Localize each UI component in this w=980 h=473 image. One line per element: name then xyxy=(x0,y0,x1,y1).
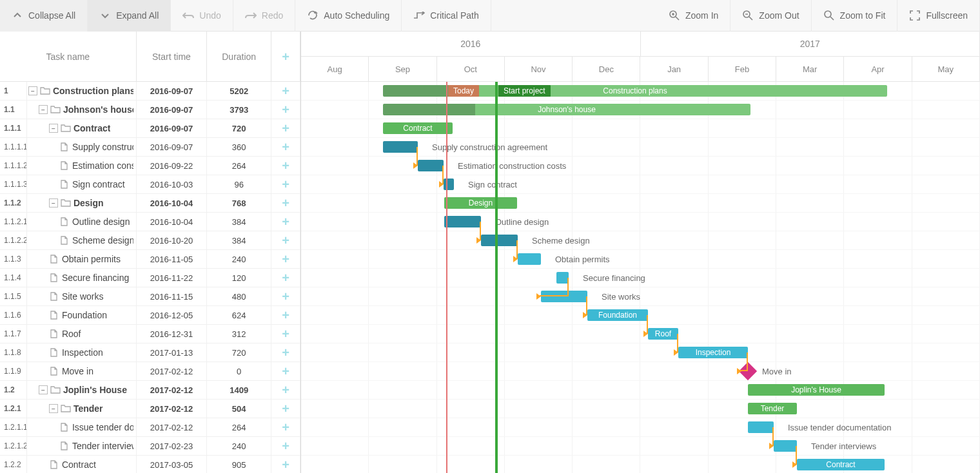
grid-row[interactable]: 1.2.2Contract2017-03-05905+ xyxy=(0,456,300,473)
gantt-row[interactable]: Contract xyxy=(301,119,980,138)
gantt-row[interactable]: Tender interviews xyxy=(301,437,980,456)
grid-row[interactable]: 1.1.8Inspection2017-01-13720+ xyxy=(0,343,300,362)
gantt-row[interactable]: Contract xyxy=(301,456,980,473)
add-cell[interactable]: + xyxy=(271,119,300,137)
task-cell[interactable]: Scheme design xyxy=(27,231,137,249)
task-bar[interactable] xyxy=(418,160,444,171)
task-cell[interactable]: Supply construction agreement xyxy=(27,138,137,156)
gantt-row[interactable]: Design xyxy=(301,194,980,213)
gantt-row[interactable]: Outline design xyxy=(301,213,980,231)
task-cell[interactable]: Obtain permits xyxy=(27,250,137,268)
task-bar[interactable]: Roof xyxy=(648,328,678,340)
task-cell[interactable]: Secure financing xyxy=(27,269,137,287)
task-bar[interactable]: Foundation xyxy=(587,309,648,321)
add-cell[interactable]: + xyxy=(271,213,300,231)
task-cell[interactable]: Issue tender documentation xyxy=(27,418,137,436)
task-bar[interactable] xyxy=(774,440,797,452)
task-cell[interactable]: Outline design xyxy=(27,213,137,231)
gantt-row[interactable]: Joplin's House xyxy=(301,381,980,400)
expand-all-button[interactable]: Expand All xyxy=(88,0,171,32)
add-cell[interactable]: + xyxy=(271,381,300,399)
add-cell[interactable]: + xyxy=(271,325,300,343)
auto-scheduling-button[interactable]: Auto Scheduling xyxy=(295,0,402,32)
collapse-toggle[interactable]: − xyxy=(49,124,58,133)
grid-body[interactable]: 1−Construction plans2016-09-075202+1.1−J… xyxy=(0,82,300,473)
zoom-out-button[interactable]: Zoom Out xyxy=(730,0,811,32)
add-cell[interactable]: + xyxy=(271,456,300,473)
add-cell[interactable]: + xyxy=(271,250,300,268)
gantt-row[interactable]: Move in xyxy=(301,362,980,381)
gantt-row[interactable]: Tender xyxy=(301,400,980,418)
add-cell[interactable]: + xyxy=(271,306,300,324)
gantt-row[interactable]: Inspection xyxy=(301,343,980,362)
gantt-row[interactable]: Foundation xyxy=(301,306,980,325)
task-bar[interactable] xyxy=(748,421,774,433)
add-cell[interactable]: + xyxy=(271,101,300,119)
gantt-row[interactable]: Sign contract xyxy=(301,175,980,194)
col-header-start[interactable]: Start time xyxy=(137,32,208,82)
gantt-row[interactable]: Estimation construction costs xyxy=(301,157,980,175)
grid-row[interactable]: 1.1.2.2Scheme design2016-10-20384+ xyxy=(0,231,300,250)
grid-row[interactable]: 1.1.7Roof2016-12-31312+ xyxy=(0,325,300,343)
add-cell[interactable]: + xyxy=(271,138,300,156)
gantt-row[interactable]: Scheme design xyxy=(301,231,980,250)
task-bar[interactable] xyxy=(444,216,481,227)
grid-row[interactable]: 1.1.9Move in2017-02-120+ xyxy=(0,362,300,381)
grid-row[interactable]: 1.1.1.2Estimation construction costs2016… xyxy=(0,157,300,175)
collapse-toggle[interactable]: − xyxy=(49,404,58,413)
grid-row[interactable]: 1.2.1−Tender2017-02-12504+ xyxy=(0,400,300,418)
undo-button[interactable]: Undo xyxy=(171,0,233,32)
add-cell[interactable]: + xyxy=(271,287,300,305)
add-cell[interactable]: + xyxy=(271,269,300,287)
task-cell[interactable]: −Contract xyxy=(27,119,137,137)
gantt-row[interactable]: Site works xyxy=(301,287,980,306)
grid-row[interactable]: 1.1−Johnson's house2016-09-073793+ xyxy=(0,101,300,119)
task-bar[interactable] xyxy=(541,291,587,302)
gantt-body[interactable]: Construction plansTodayStart projectJohn… xyxy=(301,82,980,473)
grid-row[interactable]: 1.1.1.1Supply construction agreement2016… xyxy=(0,138,300,157)
task-cell[interactable]: Sign contract xyxy=(27,175,137,193)
task-bar[interactable]: Design xyxy=(444,197,517,209)
grid-row[interactable]: 1.1.2−Design2016-10-04768+ xyxy=(0,194,300,213)
collapse-toggle[interactable]: − xyxy=(39,385,48,394)
col-header-task[interactable]: Task name xyxy=(0,32,137,82)
task-bar[interactable] xyxy=(444,179,454,190)
task-bar[interactable]: Contract xyxy=(797,459,885,470)
add-cell[interactable]: + xyxy=(271,231,300,249)
task-bar[interactable]: Tender xyxy=(748,403,797,414)
task-cell[interactable]: Foundation xyxy=(27,306,137,324)
add-cell[interactable]: + xyxy=(271,175,300,193)
add-cell[interactable]: + xyxy=(271,437,300,455)
task-bar[interactable] xyxy=(481,235,518,246)
task-cell[interactable]: −Joplin's House xyxy=(27,381,137,399)
gantt-row[interactable]: Supply construction agreement xyxy=(301,138,980,157)
task-bar[interactable]: Johnson's house xyxy=(383,104,750,115)
task-cell[interactable]: −Construction plans xyxy=(27,82,137,100)
task-cell[interactable]: Tender interviews xyxy=(27,437,137,455)
grid-row[interactable]: 1.1.6Foundation2016-12-05624+ xyxy=(0,306,300,325)
add-cell[interactable]: + xyxy=(271,82,300,100)
col-header-add[interactable]: + xyxy=(271,32,300,82)
grid-row[interactable]: 1.1.2.1Outline design2016-10-04384+ xyxy=(0,213,300,231)
grid-row[interactable]: 1−Construction plans2016-09-075202+ xyxy=(0,82,300,101)
redo-button[interactable]: Redo xyxy=(233,0,295,32)
task-cell[interactable]: −Johnson's house xyxy=(27,101,137,119)
task-bar[interactable]: Joplin's House xyxy=(748,384,885,396)
task-bar[interactable] xyxy=(383,141,418,153)
task-cell[interactable]: Inspection xyxy=(27,343,137,362)
add-cell[interactable]: + xyxy=(271,362,300,380)
grid-row[interactable]: 1.1.1−Contract2016-09-07720+ xyxy=(0,119,300,138)
task-bar[interactable]: Inspection xyxy=(678,347,748,358)
task-bar[interactable]: Contract xyxy=(383,122,453,134)
zoom-in-button[interactable]: Zoom In xyxy=(657,0,730,32)
add-cell[interactable]: + xyxy=(271,418,300,436)
gantt-row[interactable]: Johnson's house xyxy=(301,101,980,119)
grid-row[interactable]: 1.1.3Obtain permits2016-11-05240+ xyxy=(0,250,300,269)
gantt-chart[interactable]: 20162017 AugSepOctNovDecJanFebMarAprMay … xyxy=(301,32,980,473)
add-cell[interactable]: + xyxy=(271,343,300,362)
add-cell[interactable]: + xyxy=(271,194,300,212)
task-cell[interactable]: Roof xyxy=(27,325,137,343)
gantt-row[interactable]: Obtain permits xyxy=(301,250,980,269)
task-cell[interactable]: Move in xyxy=(27,362,137,380)
gantt-row[interactable]: Issue tender documentation xyxy=(301,418,980,437)
